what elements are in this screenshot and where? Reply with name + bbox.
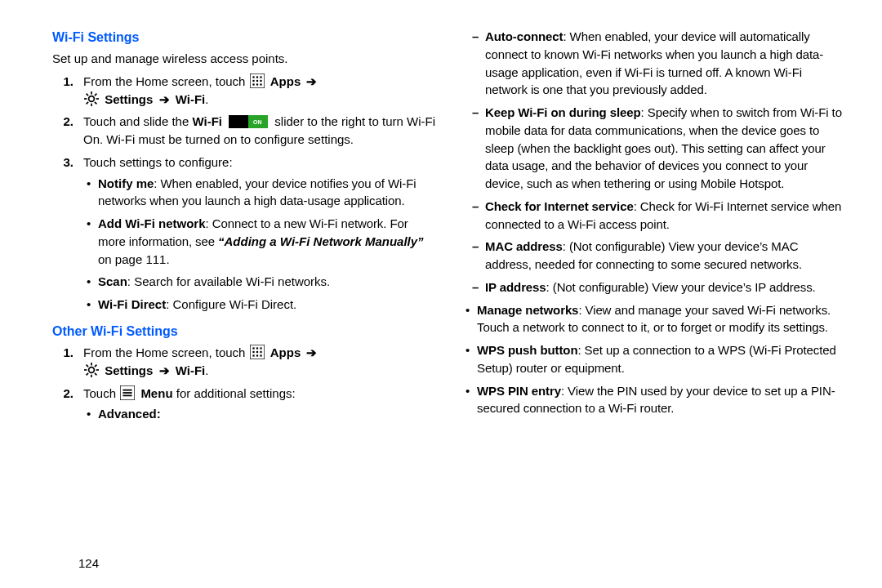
step-2: 2. Touch Menu for additional settings: A… xyxy=(78,385,436,424)
add-wifi-title: Add Wi-Fi network xyxy=(98,216,206,230)
wps-pin-title: WPS PIN entry xyxy=(477,384,561,398)
wifi-direct-title: Wi-Fi Direct xyxy=(98,297,166,311)
scan-text: : Search for available Wi-Fi networks. xyxy=(127,274,330,288)
settings-label: Settings xyxy=(105,363,153,377)
other-step-2-text-b: for additional settings: xyxy=(176,386,296,400)
menu-icon xyxy=(120,385,135,400)
svg-rect-23 xyxy=(252,348,254,350)
ip-address-title: IP address xyxy=(485,280,546,294)
svg-line-18 xyxy=(95,93,96,95)
svg-point-32 xyxy=(89,368,95,373)
scan-title: Scan xyxy=(98,274,127,288)
period: . xyxy=(205,92,208,106)
svg-rect-28 xyxy=(260,351,261,353)
arrow-icon: ➔ xyxy=(159,363,170,377)
list-item: Wi-Fi Direct: Configure Wi-Fi Direct. xyxy=(95,296,436,314)
step-3-text: Touch settings to configure: xyxy=(83,155,233,169)
list-item: WPS push button: Set up a connection to … xyxy=(474,341,846,377)
step-2: 2. Touch and slide the Wi-Fi ON slider t… xyxy=(78,113,436,149)
list-item: Manage networks: View and manage your sa… xyxy=(474,301,846,337)
apps-label: Apps xyxy=(270,74,301,88)
step-number: 2. xyxy=(52,113,74,131)
manage-networks-title: Manage networks xyxy=(477,303,578,317)
wifi-label: Wi-Fi xyxy=(176,363,206,377)
step-2-wifi-label: Wi-Fi xyxy=(192,114,222,128)
advanced-sublist: Auto-connect: When enabled, your device … xyxy=(462,28,846,296)
left-column: Wi-Fi Settings Set up and manage wireles… xyxy=(52,28,459,572)
advanced-title: Advanced xyxy=(98,407,157,421)
svg-text:ON: ON xyxy=(253,119,262,125)
settings-label: Settings xyxy=(105,92,153,106)
svg-rect-9 xyxy=(260,83,261,85)
svg-line-39 xyxy=(87,373,88,375)
list-item: Auto-connect: When enabled, your device … xyxy=(482,28,846,99)
colon: : xyxy=(157,407,161,421)
wifi-intro: Set up and manage wireless access points… xyxy=(52,50,436,68)
heading-wifi-settings: Wi-Fi Settings xyxy=(52,28,436,47)
other-configure-list: Advanced: xyxy=(83,405,436,423)
apps-icon xyxy=(250,345,265,359)
svg-line-16 xyxy=(95,102,96,104)
svg-line-15 xyxy=(87,93,88,95)
add-wifi-text-b: on page 111. xyxy=(98,252,170,266)
svg-rect-4 xyxy=(252,80,254,82)
svg-rect-25 xyxy=(260,348,261,350)
step-3: 3. Touch settings to configure: Notify m… xyxy=(78,154,436,314)
wifi-steps: 1. From the Home screen, touch Apps ➔ xyxy=(52,73,436,314)
other-step-2-text-a: Touch xyxy=(83,386,119,400)
right-column: Auto-connect: When enabled, your device … xyxy=(459,28,849,572)
list-item: Scan: Search for available Wi-Fi network… xyxy=(95,273,436,291)
list-item: Add Wi-Fi network: Connect to a new Wi-F… xyxy=(95,215,436,268)
mac-address-title: MAC address xyxy=(485,239,563,253)
list-item: Advanced: xyxy=(95,405,436,423)
wps-push-title: WPS push button xyxy=(477,343,577,357)
svg-rect-8 xyxy=(256,83,257,85)
list-item: WPS PIN entry: View the PIN used by your… xyxy=(474,382,846,418)
apps-label: Apps xyxy=(270,345,301,359)
settings-gear-icon xyxy=(84,91,99,106)
heading-other-wifi: Other Wi-Fi Settings xyxy=(52,322,436,341)
auto-connect-title: Auto-connect xyxy=(485,29,563,43)
list-item: MAC address: (Not configurable) View you… xyxy=(482,238,846,274)
page-number: 124 xyxy=(78,556,99,570)
svg-point-10 xyxy=(89,96,95,101)
svg-rect-24 xyxy=(256,348,257,350)
svg-rect-2 xyxy=(256,76,257,78)
svg-line-40 xyxy=(95,364,96,366)
wifi-toggle-icon: ON xyxy=(229,115,268,128)
wifi-label: Wi-Fi xyxy=(176,92,206,106)
svg-rect-26 xyxy=(252,351,254,353)
other-step-1-text: From the Home screen, touch xyxy=(83,345,249,359)
wifi-direct-text: : Configure Wi-Fi Direct. xyxy=(166,297,296,311)
step-number: 1. xyxy=(52,73,74,91)
svg-rect-27 xyxy=(256,351,257,353)
arrow-icon: ➔ xyxy=(306,74,317,88)
step-number: 1. xyxy=(52,344,74,362)
svg-rect-5 xyxy=(256,80,257,82)
svg-rect-30 xyxy=(256,355,257,357)
page: Wi-Fi Settings Set up and manage wireles… xyxy=(0,0,882,588)
step-1-text-a: From the Home screen, touch xyxy=(83,74,249,88)
menu-label: Menu xyxy=(140,386,172,400)
step-1: 1. From the Home screen, touch Apps ➔ xyxy=(78,344,436,380)
notify-me-title: Notify me xyxy=(98,176,154,190)
step-1: 1. From the Home screen, touch Apps ➔ xyxy=(78,73,436,109)
ip-address-text: : (Not configurable) View your device’s … xyxy=(546,280,816,294)
wifi-configure-list: Notify me: When enabled, your device not… xyxy=(83,175,436,314)
list-item: IP address: (Not configurable) View your… xyxy=(482,278,846,296)
svg-rect-31 xyxy=(260,355,261,357)
apps-icon xyxy=(250,74,265,88)
svg-rect-1 xyxy=(252,76,254,78)
svg-line-37 xyxy=(87,364,88,366)
step-number: 2. xyxy=(52,385,74,403)
check-internet-title: Check for Internet service xyxy=(485,199,634,213)
period: . xyxy=(205,363,208,377)
svg-rect-6 xyxy=(260,80,261,82)
settings-gear-icon xyxy=(84,363,99,377)
svg-rect-29 xyxy=(252,355,254,357)
add-wifi-crossref: “Adding a Wi-Fi Network Manually” xyxy=(218,234,424,248)
step-2-text-a: Touch and slide the xyxy=(83,114,192,128)
list-item: Keep Wi-Fi on during sleep: Specify when… xyxy=(482,104,846,193)
arrow-icon: ➔ xyxy=(306,345,317,359)
svg-line-17 xyxy=(87,102,88,104)
